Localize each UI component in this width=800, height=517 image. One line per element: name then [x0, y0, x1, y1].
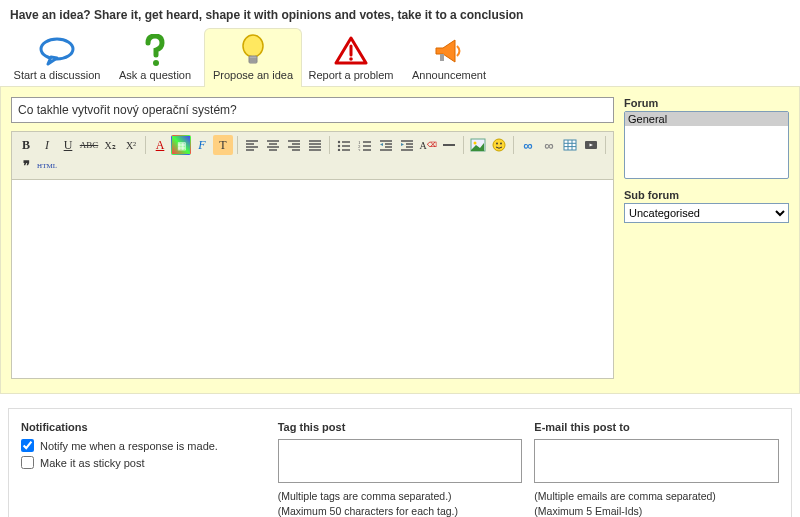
svg-point-0 — [41, 39, 73, 59]
sticky-row[interactable]: Make it as sticky post — [21, 456, 266, 469]
sticky-label: Make it as sticky post — [40, 457, 145, 469]
tab-label: Propose an idea — [207, 69, 299, 81]
editor-toolbar: B I U ABC X₂ X² A ▦ F T — [11, 131, 614, 179]
strike-icon[interactable]: ABC — [79, 135, 99, 155]
smiley-icon[interactable] — [489, 135, 509, 155]
email-hint: (Multiple emails are comma separated) (M… — [534, 489, 779, 517]
image-icon[interactable] — [468, 135, 488, 155]
editor-body[interactable] — [11, 179, 614, 379]
table-icon[interactable] — [560, 135, 580, 155]
indent-icon[interactable] — [397, 135, 417, 155]
ol-icon[interactable]: 123 — [355, 135, 375, 155]
email-heading: E-mail this post to — [534, 421, 779, 433]
svg-text:3: 3 — [358, 148, 361, 151]
post-type-tabs: Start a discussion Ask a question Propos… — [0, 28, 800, 87]
removeformat-icon[interactable]: A⌫ — [418, 135, 438, 155]
svg-point-25 — [338, 141, 340, 143]
tab-question[interactable]: Ask a question — [106, 28, 204, 87]
separator — [463, 136, 464, 154]
separator — [605, 136, 606, 154]
forum-label: Forum — [624, 97, 789, 109]
hr-icon[interactable] — [439, 135, 459, 155]
tab-label: Ask a question — [109, 69, 201, 81]
forum-option[interactable]: General — [625, 112, 788, 126]
highlight-icon[interactable]: T — [213, 135, 233, 155]
tab-label: Start a discussion — [11, 69, 103, 81]
unlink-icon[interactable]: ∞ — [539, 135, 559, 155]
separator — [513, 136, 514, 154]
question-mark-icon — [109, 33, 201, 69]
link-icon[interactable]: ∞ — [518, 135, 538, 155]
align-justify-icon[interactable] — [305, 135, 325, 155]
svg-point-2 — [243, 35, 263, 57]
ul-icon[interactable] — [334, 135, 354, 155]
bold-icon[interactable]: B — [16, 135, 36, 155]
subject-input[interactable] — [11, 97, 614, 123]
align-center-icon[interactable] — [263, 135, 283, 155]
email-input[interactable] — [534, 439, 779, 483]
svg-rect-8 — [440, 54, 444, 61]
speech-bubble-icon — [11, 33, 103, 69]
warning-triangle-icon — [305, 33, 397, 69]
separator — [329, 136, 330, 154]
tag-heading: Tag this post — [278, 421, 523, 433]
tab-discussion[interactable]: Start a discussion — [8, 28, 106, 87]
subforum-label: Sub forum — [624, 189, 789, 201]
page-title: Have an idea? Share it, get heard, shape… — [0, 0, 800, 28]
subforum-select[interactable]: Uncategorised — [624, 203, 789, 223]
tab-announcement[interactable]: Announcement — [400, 28, 498, 87]
megaphone-icon — [403, 33, 495, 69]
tab-label: Announcement — [403, 69, 495, 81]
svg-point-1 — [153, 60, 159, 66]
sticky-checkbox[interactable] — [21, 456, 34, 469]
separator — [237, 136, 238, 154]
tab-problem[interactable]: Report a problem — [302, 28, 400, 87]
video-icon[interactable] — [581, 135, 601, 155]
svg-point-7 — [349, 57, 353, 61]
notifications-heading: Notifications — [21, 421, 266, 433]
svg-point-47 — [474, 142, 477, 145]
notify-row[interactable]: Notify me when a response is made. — [21, 439, 266, 452]
underline-icon[interactable]: U — [58, 135, 78, 155]
fontface-icon[interactable]: F — [192, 135, 212, 155]
tag-input[interactable] — [278, 439, 523, 483]
lower-options: Notifications Notify me when a response … — [8, 408, 792, 517]
svg-point-27 — [338, 145, 340, 147]
svg-rect-51 — [564, 140, 576, 150]
tab-idea[interactable]: Propose an idea — [204, 28, 302, 87]
tag-hint: (Multiple tags are comma separated.) (Ma… — [278, 489, 523, 517]
align-right-icon[interactable] — [284, 135, 304, 155]
compose-area: B I U ABC X₂ X² A ▦ F T — [0, 87, 800, 394]
separator — [145, 136, 146, 154]
outdent-icon[interactable] — [376, 135, 396, 155]
subscript-icon[interactable]: X₂ — [100, 135, 120, 155]
svg-point-49 — [496, 143, 498, 145]
italic-icon[interactable]: I — [37, 135, 57, 155]
fontcolor-icon[interactable]: A — [150, 135, 170, 155]
quote-icon[interactable]: ❞ — [16, 156, 36, 176]
svg-point-29 — [338, 149, 340, 151]
lightbulb-icon — [207, 33, 299, 69]
notify-label: Notify me when a response is made. — [40, 440, 218, 452]
notify-checkbox[interactable] — [21, 439, 34, 452]
html-icon[interactable]: HTML — [37, 156, 57, 176]
superscript-icon[interactable]: X² — [121, 135, 141, 155]
svg-point-48 — [493, 139, 505, 151]
align-left-icon[interactable] — [242, 135, 262, 155]
svg-point-50 — [500, 143, 502, 145]
forum-listbox[interactable]: General — [624, 111, 789, 179]
tab-label: Report a problem — [305, 69, 397, 81]
bgcolor-icon[interactable]: ▦ — [171, 135, 191, 155]
